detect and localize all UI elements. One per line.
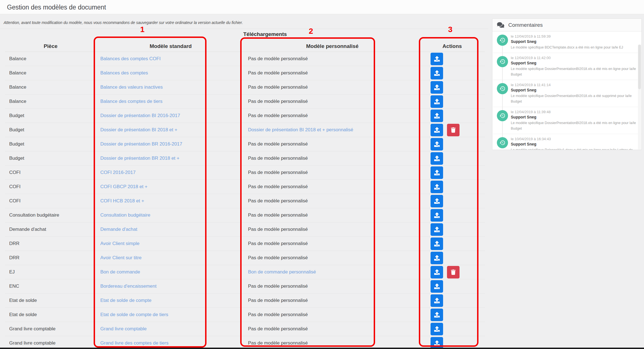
table-row: Budget Dossier de présentation BI 2016-2… <box>5 109 485 123</box>
comment-text: Le modèle spécifique DossierPresentation… <box>511 66 638 77</box>
standard-template-link[interactable]: Dossier de présentation BR 2018 et + <box>100 156 179 161</box>
table-row: Consultation budgétaire Consultation bud… <box>5 208 485 222</box>
annotation-number-1: 1 <box>140 25 145 34</box>
window-bottom-edge <box>0 348 644 349</box>
no-custom-template-text: Pas de modèle personnalisé <box>248 99 308 104</box>
comments-scrollbar[interactable] <box>638 45 641 149</box>
custom-template-link[interactable]: Bon de commande personnalisé <box>248 269 316 275</box>
standard-template-link[interactable]: Grand livre comptable <box>100 326 147 331</box>
upload-button[interactable] <box>431 124 443 136</box>
upload-button[interactable] <box>431 67 443 79</box>
table-row: COFI COFI HCB 2018 et + Pas de modèle pe… <box>5 194 485 208</box>
comment-item: le 10/04/2019 à 16:34:43 Support Sneg Le… <box>493 134 641 150</box>
table-row: COFI COFI 2016-2017 Pas de modèle person… <box>5 166 485 180</box>
upload-button[interactable] <box>431 309 443 321</box>
piece-label: EJ <box>9 269 15 275</box>
upload-button[interactable] <box>431 337 443 349</box>
table-header-row: Pièce Modèle standard Modèle personnalis… <box>5 41 485 52</box>
piece-label: Etat de solde <box>9 298 37 303</box>
upload-button[interactable] <box>431 323 443 335</box>
top-bar: Gestion des modèles de document <box>0 0 644 14</box>
table-row: DRR Avoir Client simple Pas de modèle pe… <box>5 237 485 251</box>
upload-icon <box>434 212 440 218</box>
annotation-number-2: 2 <box>309 27 313 36</box>
table-row: COFI COFI GBCP 2018 et + Pas de modèle p… <box>5 180 485 194</box>
upload-button[interactable] <box>431 95 443 108</box>
standard-template-link[interactable]: Bordereau d'encaissement <box>100 283 157 289</box>
no-custom-template-text: Pas de modèle personnalisé <box>248 241 308 246</box>
upload-button[interactable] <box>431 237 443 250</box>
standard-template-link[interactable]: Dossier de présentation BI 2016-2017 <box>100 113 180 118</box>
comment-date: le 12/04/2019 à 11:59:39 <box>511 34 638 38</box>
table-row: EJ Bon de commande Bon de commande perso… <box>5 265 485 279</box>
comment-text: Le modèle spécifique DossierPresentation… <box>511 93 638 104</box>
upload-icon <box>434 127 440 133</box>
upload-button[interactable] <box>431 81 443 94</box>
delete-button[interactable] <box>447 124 460 136</box>
upload-button[interactable] <box>431 53 443 65</box>
comment-item: le 12/04/2019 à 11:59:39 Support Sneg Le… <box>493 31 641 53</box>
standard-template-link[interactable]: Avoir Client simple <box>100 241 139 246</box>
standard-template-link[interactable]: Bon de commande <box>100 269 140 275</box>
annotation-number-3: 3 <box>448 25 453 34</box>
table-row: Balance Balance des comptes de tiers Pas… <box>5 94 485 109</box>
standard-template-link[interactable]: Etat de solde de compte <box>100 298 151 303</box>
upload-button[interactable] <box>431 294 443 307</box>
no-custom-template-text: Pas de modèle personnalisé <box>248 326 308 331</box>
standard-template-link[interactable]: COFI 2016-2017 <box>100 170 136 175</box>
upload-button[interactable] <box>431 138 443 151</box>
standard-template-link[interactable]: Balances des comptes COFI <box>100 56 161 61</box>
standard-template-link[interactable]: Avoir Client sur titre <box>100 255 142 260</box>
scrollbar-thumb[interactable] <box>638 45 641 89</box>
comment-author: Support Sneg <box>511 142 638 146</box>
table-row: Grand livre comptable Grand livre compta… <box>5 322 485 336</box>
custom-template-link[interactable]: Dossier de présentation BI 2018 et + per… <box>248 127 353 132</box>
upload-icon <box>434 241 440 246</box>
trash-icon <box>451 270 456 275</box>
history-icon <box>497 137 508 148</box>
upload-button[interactable] <box>431 266 443 278</box>
upload-button[interactable] <box>431 152 443 165</box>
comment-item: le 12/04/2019 à 11:39:48 Support Sneg Le… <box>493 107 641 134</box>
history-icon <box>497 83 508 94</box>
standard-template-link[interactable]: Balances des comptes <box>100 70 148 76</box>
upload-button[interactable] <box>431 195 443 207</box>
comment-author: Support Sneg <box>511 115 638 119</box>
piece-label: Budget <box>9 141 24 147</box>
standard-template-link[interactable]: COFI HCB 2018 et + <box>100 198 144 203</box>
standard-template-link[interactable]: Grand livre des comptes de tiers <box>100 340 169 346</box>
standard-template-link[interactable]: Dossier de présentation BI 2018 et + <box>100 127 177 132</box>
upload-icon <box>434 255 440 261</box>
upload-button[interactable] <box>431 166 443 179</box>
table-row: Demande d'achat Demande d'achat Pas de m… <box>5 222 485 237</box>
table-row: Budget Dossier de présentation BR 2018 e… <box>5 151 485 166</box>
upload-button[interactable] <box>431 223 443 236</box>
upload-icon <box>434 56 440 62</box>
comments-panel: Commentaires le 12/04/2019 à 11:59:39 Su… <box>492 18 642 150</box>
standard-template-link[interactable]: Balance des valeurs inactives <box>100 84 163 90</box>
header-standard: Modèle standard <box>96 43 245 49</box>
piece-label: Balance <box>9 70 26 76</box>
comment-author: Support Sneg <box>511 88 638 92</box>
table-row: ENC Bordereau d'encaissement Pas de modè… <box>5 279 485 294</box>
no-custom-template-text: Pas de modèle personnalisé <box>248 184 308 189</box>
upload-icon <box>434 184 440 190</box>
history-icon <box>497 56 508 67</box>
upload-button[interactable] <box>431 209 443 222</box>
upload-icon <box>434 198 440 204</box>
standard-template-link[interactable]: Demande d'achat <box>100 227 137 232</box>
standard-template-link[interactable]: Etat de solde de compte de tiers <box>100 312 168 317</box>
delete-button[interactable] <box>447 266 460 278</box>
piece-label: Budget <box>9 156 24 161</box>
no-custom-template-text: Pas de modèle personnalisé <box>248 298 308 303</box>
table-row: Etat de solde Etat de solde de compte de… <box>5 308 485 322</box>
piece-label: DRR <box>9 241 20 246</box>
standard-template-link[interactable]: Balance des comptes de tiers <box>100 99 162 104</box>
standard-template-link[interactable]: COFI GBCP 2018 et + <box>100 184 147 189</box>
standard-template-link[interactable]: Consultation budgétaire <box>100 212 150 218</box>
upload-button[interactable] <box>431 110 443 122</box>
upload-button[interactable] <box>431 280 443 293</box>
upload-button[interactable] <box>431 181 443 193</box>
standard-template-link[interactable]: Dossier de présentation BR 2016-2017 <box>100 141 182 147</box>
upload-button[interactable] <box>431 252 443 264</box>
